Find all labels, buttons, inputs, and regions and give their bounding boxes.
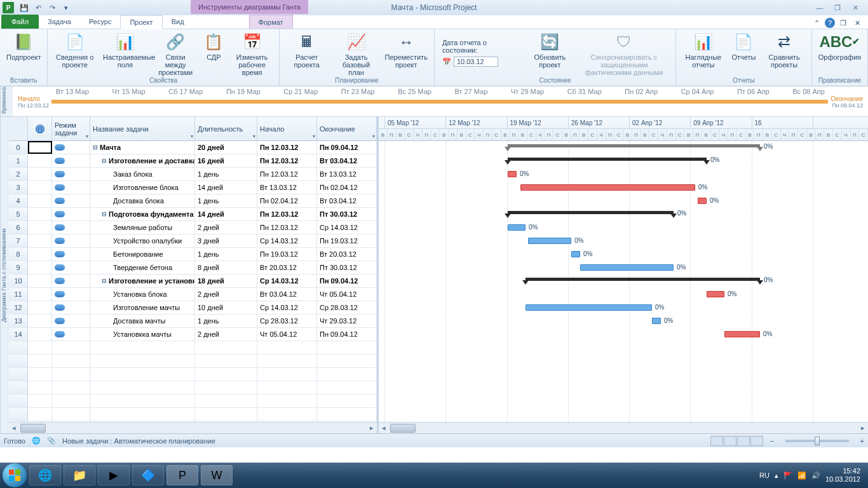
task-bar[interactable]: 0% (520, 184, 695, 191)
cell-empty[interactable] (90, 355, 195, 367)
table-row[interactable]: 6Земляные работы2 днейПн 12.03.12Ср 14.0… (9, 221, 377, 234)
row-number[interactable]: 5 (9, 208, 28, 220)
row-number[interactable] (9, 395, 28, 407)
cell-duration[interactable]: 1 день (195, 168, 257, 180)
minimize-ribbon-icon[interactable]: ⌃ (811, 17, 822, 29)
cell-duration[interactable]: 8 дней (195, 261, 257, 274)
cell-end[interactable]: Пн 02.04.12 (317, 181, 377, 194)
row-number[interactable] (9, 408, 28, 421)
row-number[interactable] (9, 341, 28, 354)
cell-empty[interactable] (317, 408, 377, 421)
start-button[interactable] (3, 463, 27, 487)
cell-info[interactable] (28, 181, 52, 194)
table-row[interactable]: 2Заказ блока1 деньПн 12.03.12Вт 13.03.12 (9, 168, 377, 181)
cell-mode[interactable] (52, 301, 90, 314)
cell-info[interactable] (28, 168, 52, 180)
table-row[interactable]: 9Твердение бетона8 днейВт 20.03.12Пт 30.… (9, 261, 377, 274)
taskbar-project[interactable]: P (166, 465, 198, 485)
cell-start[interactable]: Пн 12.03.12 (257, 221, 317, 234)
cell-empty[interactable] (52, 395, 90, 407)
task-bar[interactable]: 0% (724, 331, 760, 337)
row-number[interactable] (9, 381, 28, 394)
row-number[interactable]: 6 (9, 221, 28, 234)
cell-empty[interactable] (257, 381, 317, 394)
cell-name[interactable]: Установкка мачты (90, 328, 195, 341)
cell-empty[interactable] (317, 355, 377, 367)
cell-start[interactable]: Ср 28.03.12 (257, 315, 317, 327)
custom-fields-button[interactable]: 📊Настраиваемые поля (100, 30, 150, 70)
row-number[interactable]: 2 (9, 168, 28, 180)
cell-duration[interactable]: 3 дней (195, 234, 257, 247)
cell-duration[interactable]: 14 дней (195, 181, 257, 194)
cell-mode[interactable] (52, 181, 90, 194)
file-tab[interactable]: Файл (1, 15, 39, 29)
cell-end[interactable]: Вт 03.04.12 (317, 194, 377, 207)
cell-end[interactable]: Пт 30.03.12 (317, 261, 377, 274)
row-number[interactable]: 4 (9, 194, 28, 207)
cell-name[interactable]: ⊟Изготовление и доставка блока (90, 154, 195, 167)
chevron-down-icon[interactable]: ▾ (253, 133, 255, 139)
cell-mode[interactable] (52, 261, 90, 274)
table-row[interactable]: 7Устройство опалубки3 днейСр 14.03.12Пн … (9, 234, 377, 248)
cell-info[interactable] (28, 248, 52, 261)
cell-start[interactable]: Пн 02.04.12 (257, 194, 317, 207)
tab-task[interactable]: Задача (39, 15, 80, 29)
wbs-button[interactable]: 📋СДР (201, 30, 226, 62)
cell-start[interactable]: Ср 14.03.12 (257, 234, 317, 247)
cell-start[interactable]: Ср 14.03.12 (257, 274, 317, 287)
row-number[interactable]: 8 (9, 248, 28, 261)
row-number[interactable]: 14 (9, 328, 28, 341)
row-number[interactable] (9, 355, 28, 367)
task-bar[interactable]: 0% (698, 198, 707, 204)
task-bar[interactable]: 0% (571, 251, 580, 257)
undo-icon[interactable]: ↶ (32, 1, 44, 14)
cell-start[interactable]: Пн 12.03.12 (257, 141, 317, 154)
chevron-down-icon[interactable]: ▾ (313, 133, 315, 139)
cell-info[interactable] (28, 328, 52, 341)
status-date-value[interactable]: 10.03.12 (454, 57, 498, 67)
cell-empty[interactable] (90, 381, 195, 394)
taskbar-app1[interactable]: 🔷 (132, 465, 164, 485)
cell-name[interactable]: ⊟Подготовка фундамента (90, 208, 195, 220)
cell-start[interactable]: Пн 19.03.12 (257, 248, 317, 261)
cell-name[interactable]: Устройство опалубки (90, 234, 195, 247)
cell-name[interactable]: Заказ блока (90, 168, 195, 180)
cell-info[interactable] (28, 194, 52, 207)
cell-name[interactable]: Бетонирование (90, 248, 195, 261)
table-hscroll[interactable]: ◂ ▸ (9, 422, 377, 433)
cell-duration[interactable]: 10 дней (195, 301, 257, 314)
row-number[interactable]: 3 (9, 181, 28, 194)
taskbar-ie[interactable]: 🌐 (29, 465, 61, 485)
outline-toggle-icon[interactable]: ⊟ (102, 158, 107, 164)
scroll-right-icon[interactable]: ▸ (367, 423, 377, 433)
cell-empty[interactable] (52, 408, 90, 421)
qat-dropdown-icon[interactable]: ▾ (60, 1, 72, 14)
cell-end[interactable]: Вт 13.03.12 (317, 168, 377, 180)
cell-name[interactable]: ⊟Мачта (90, 141, 195, 154)
zoom-out-icon[interactable]: − (770, 437, 773, 445)
cell-empty[interactable] (52, 355, 90, 367)
th-duration[interactable]: Длительность▾ (195, 117, 257, 140)
cell-duration[interactable]: 20 дней (195, 141, 257, 154)
scroll-thumb[interactable] (20, 424, 46, 433)
tab-format[interactable]: Формат (249, 15, 293, 29)
cell-empty[interactable] (52, 381, 90, 394)
minimize-icon[interactable]: — (813, 3, 826, 13)
tab-resource[interactable]: Ресурс (80, 15, 120, 29)
cell-empty[interactable] (195, 395, 257, 407)
chevron-down-icon[interactable]: ▾ (191, 133, 193, 139)
cell-end[interactable]: Вт 03.04.12 (317, 154, 377, 167)
cell-mode[interactable] (52, 288, 90, 301)
cell-info[interactable] (28, 234, 52, 247)
cell-end[interactable]: Чт 05.04.12 (317, 288, 377, 301)
row-number[interactable]: 9 (9, 261, 28, 274)
window-close-icon[interactable]: ✕ (851, 17, 863, 29)
cell-info[interactable] (28, 315, 52, 327)
cell-duration[interactable]: 2 дней (195, 288, 257, 301)
cell-empty[interactable] (257, 368, 317, 381)
cell-empty[interactable] (90, 395, 195, 407)
timeline-bar[interactable] (51, 100, 828, 104)
status-date-cal-icon[interactable]: 📅 (442, 58, 451, 66)
update-project-button[interactable]: 🔄Обновить проект (526, 30, 574, 70)
cell-empty[interactable] (28, 355, 52, 367)
